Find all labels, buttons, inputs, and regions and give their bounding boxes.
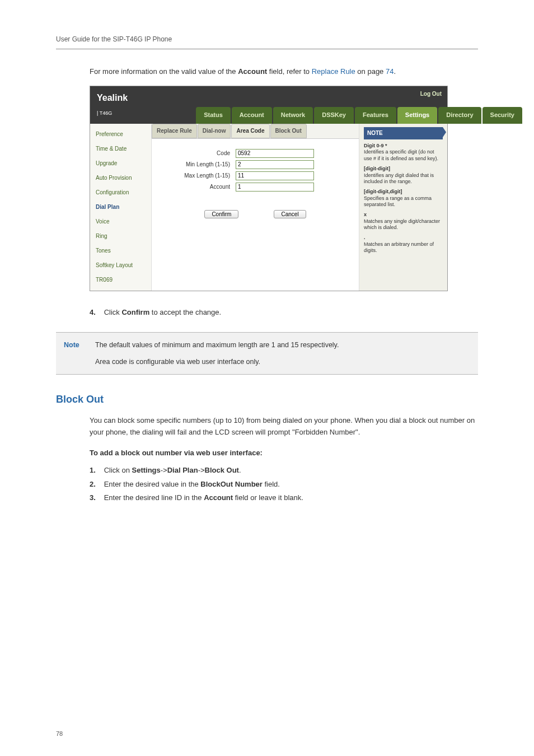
page-header: User Guide for the SIP-T46G IP Phone — [56, 34, 478, 49]
area-code-fields: Code Min Length (1-15) Max Length (1-15)… — [152, 139, 359, 204]
row-code: Code — [163, 149, 348, 158]
note-p2: [digit-digit]Identifies any digit dialed… — [364, 166, 443, 185]
sidebar-ring[interactable]: Ring — [90, 229, 151, 244]
step-2: 2. Enter the desired value in the BlockO… — [90, 479, 478, 491]
screenshot-body: Preference Time & Date Upgrade Auto Prov… — [90, 124, 447, 291]
sidebar-tr069[interactable]: TR069 — [90, 273, 151, 287]
subtab-block-out[interactable]: Block Out — [270, 124, 307, 138]
screenshot-topbar: Yealink | T46G Log Out Status Account Ne… — [90, 86, 447, 124]
tab-network[interactable]: Network — [273, 107, 313, 124]
tab-security[interactable]: Security — [483, 107, 522, 124]
note-line1: The default values of minimum and maximu… — [95, 339, 339, 351]
label-min-length: Min Length (1-15) — [163, 160, 236, 169]
logout-link[interactable]: Log Out — [420, 87, 447, 99]
step-4: 4. Click Confirm to accept the change. — [90, 307, 478, 319]
note-p4: xMatches any single digit/character whic… — [364, 212, 443, 231]
step4-pre: Click — [104, 308, 122, 316]
note-p4b: x — [364, 212, 367, 217]
sidebar-preference[interactable]: Preference — [90, 127, 151, 142]
s1-b1: Settings — [132, 466, 160, 474]
logo-sub: T46G — [100, 110, 113, 116]
s2-pre: Enter the desired value in the — [104, 480, 201, 488]
note-p1: Digit 0-9 *Identifies a specific digit (… — [364, 143, 443, 162]
note-p3b: [digit-digit,digit] — [364, 189, 402, 194]
intro-post: on page — [355, 67, 386, 76]
tab-settings[interactable]: Settings — [397, 107, 437, 124]
subtab-replace-rule[interactable]: Replace Rule — [152, 124, 197, 138]
sidebar-softkey-layout[interactable]: Softkey Layout — [90, 258, 151, 273]
header-title: User Guide for the SIP-T46G IP Phone — [56, 35, 172, 43]
s3-post: field or leave it blank. — [233, 493, 303, 502]
settings-sidebar: Preference Time & Date Upgrade Auto Prov… — [90, 124, 152, 291]
tab-features[interactable]: Features — [355, 107, 396, 124]
input-account[interactable] — [236, 183, 314, 192]
s3-b1: Account — [204, 493, 233, 502]
s1-b2: Dial Plan — [167, 466, 198, 474]
note-p1t: Identifies a specific digit (do not use … — [364, 149, 438, 161]
s1-sep2: -> — [198, 466, 205, 474]
sidebar-configuration[interactable]: Configuration — [90, 185, 151, 200]
tab-directory[interactable]: Directory — [438, 107, 481, 124]
dialplan-subtabs: Replace Rule Dial-now Area Code Block Ou… — [152, 124, 359, 139]
note-p4t: Matches any single digit/character which… — [364, 218, 440, 231]
logo-main: Yealink — [97, 93, 128, 102]
step4-post: to accept the change. — [149, 308, 221, 316]
tab-status[interactable]: Status — [196, 107, 231, 124]
sidebar-tones[interactable]: Tones — [90, 244, 151, 258]
intro-pre: For more information on the valid value … — [90, 67, 238, 76]
note-p1b: Digit 0-9 * — [364, 143, 387, 148]
s1-b3: Block Out — [205, 466, 239, 474]
sidebar-auto-provision[interactable]: Auto Provision — [90, 171, 151, 185]
note-p2t: Identifies any digit dialed that is incl… — [364, 172, 434, 185]
sidebar-upgrade[interactable]: Upgrade — [90, 156, 151, 171]
s1-post: . — [239, 466, 241, 474]
page-ref-link[interactable]: 74 — [386, 67, 394, 76]
tab-dsskey[interactable]: DSSKey — [314, 107, 354, 124]
confirm-button[interactable]: Confirm — [204, 210, 238, 218]
note-p5t: Matches an arbitrary number of digits. — [364, 241, 434, 254]
main-tabs: Status Account Network DSSKey Features S… — [134, 107, 523, 124]
s3-pre: Enter the desired line ID in the — [104, 493, 204, 502]
subtab-area-code[interactable]: Area Code — [231, 124, 269, 138]
screenshot-main: Replace Rule Dial-now Area Code Block Ou… — [152, 124, 359, 291]
note-p3t: Specifies a range as a comma separated l… — [364, 195, 432, 208]
s1-sep1: -> — [161, 466, 167, 474]
subtab-dial-now[interactable]: Dial-now — [198, 124, 231, 138]
section-block-out: Block Out — [56, 391, 478, 408]
s1-pre: Click on — [104, 466, 132, 474]
note-body: The default values of minimum and maximu… — [95, 339, 339, 367]
s3-num: 3. — [90, 492, 102, 504]
sidebar-time-date[interactable]: Time & Date — [90, 142, 151, 156]
tab-account[interactable]: Account — [232, 107, 272, 124]
cancel-button[interactable]: Cancel — [274, 210, 306, 218]
note-p5b: . — [364, 235, 366, 240]
note-p3: [digit-digit,digit]Specifies a range as … — [364, 189, 443, 208]
row-min-length: Min Length (1-15) — [163, 160, 348, 169]
note-p2b: [digit-digit] — [364, 166, 390, 171]
input-code[interactable] — [236, 149, 314, 158]
input-min-length[interactable] — [236, 160, 314, 169]
intro-period: . — [394, 67, 396, 76]
step4-bold: Confirm — [121, 308, 149, 316]
s2-b1: BlockOut Number — [200, 480, 263, 488]
intro-account-bold: Account — [238, 67, 267, 76]
note-line2: Area code is configurable via web user i… — [95, 356, 339, 367]
label-max-length: Max Length (1-15) — [163, 171, 236, 180]
input-max-length[interactable] — [236, 171, 314, 180]
intro-mid: field, refer to — [267, 67, 311, 76]
s2-num: 2. — [90, 479, 102, 491]
form-buttons: Confirm Cancel — [152, 204, 359, 222]
sidebar-dial-plan[interactable]: Dial Plan — [90, 200, 151, 214]
note-p5: .Matches an arbitrary number of digits. — [364, 235, 443, 254]
web-ui-screenshot: Yealink | T46G Log Out Status Account Ne… — [90, 86, 448, 291]
block-out-paragraph: You can block some specific numbers (up … — [90, 415, 478, 438]
step-3: 3. Enter the desired line ID in the Acco… — [90, 492, 478, 504]
sidebar-voice[interactable]: Voice — [90, 214, 151, 229]
row-account: Account — [163, 183, 348, 192]
label-code: Code — [163, 149, 236, 158]
s1-num: 1. — [90, 465, 102, 477]
note-box: Note The default values of minimum and m… — [56, 332, 478, 375]
note-header: NOTE — [364, 127, 443, 139]
replace-rule-link[interactable]: Replace Rule — [312, 67, 355, 76]
s2-post: field. — [263, 480, 280, 488]
